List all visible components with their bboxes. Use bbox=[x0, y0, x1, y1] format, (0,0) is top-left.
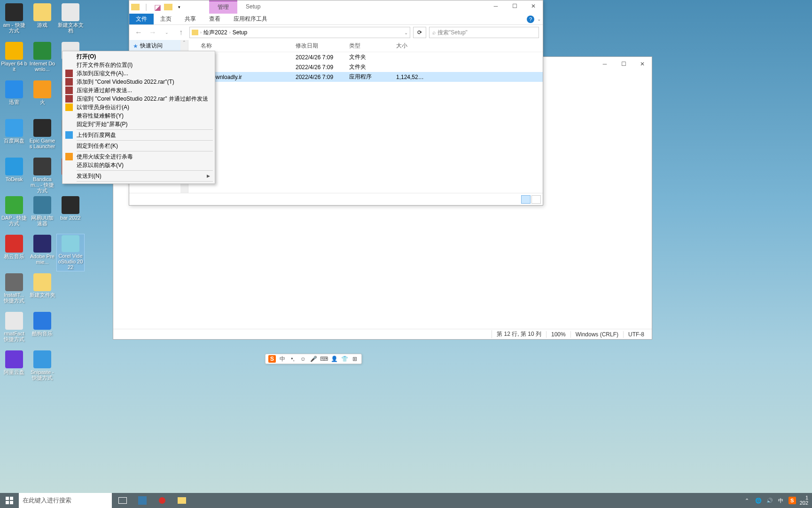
desktop-icon[interactable]: Bandicam... - 快捷方式 bbox=[28, 157, 56, 194]
context-menu-item[interactable]: 使用火绒安全进行杀毒 bbox=[63, 152, 214, 161]
dropdown-icon[interactable]: ▾ bbox=[174, 2, 184, 12]
large-icons-view-button[interactable] bbox=[531, 195, 541, 204]
quick-access-item[interactable]: ★ 快速访问 bbox=[129, 40, 188, 52]
desktop-icon[interactable]: Snipaste - 快捷方式 bbox=[28, 349, 56, 387]
recent-dropdown[interactable]: ⌄ bbox=[161, 27, 172, 38]
network-icon[interactable]: 🌐 bbox=[755, 497, 762, 504]
ime-button[interactable]: 👤 bbox=[330, 355, 338, 363]
context-menu-item[interactable]: 添加到 "Corel VideoStudio 2022.rar"(T) bbox=[63, 78, 214, 86]
desktop-icon[interactable]: DAP - 快捷方式 bbox=[0, 195, 28, 233]
back-button[interactable]: ← bbox=[133, 27, 144, 38]
desktop-icon[interactable]: 火 bbox=[28, 79, 56, 117]
column-headers[interactable]: 名称 修改日期 类型 大小 bbox=[188, 40, 543, 52]
start-button[interactable] bbox=[0, 493, 19, 508]
desktop-icon[interactable]: bar 2022 bbox=[56, 195, 85, 233]
desktop-icon[interactable]: Player 64 bit bbox=[0, 41, 28, 79]
desktop-icon[interactable]: ToDesk bbox=[0, 157, 28, 194]
desktop-icon[interactable] bbox=[56, 311, 85, 349]
desktop-icon[interactable]: 百度网盘 bbox=[0, 118, 28, 156]
taskbar-explorer[interactable] bbox=[173, 493, 191, 508]
taskbar-record-app[interactable] bbox=[153, 493, 171, 508]
context-menu-item[interactable]: 发送到(N)▶ bbox=[63, 172, 214, 180]
minimize-button[interactable]: ─ bbox=[486, 0, 505, 12]
context-menu-item[interactable]: 还原以前的版本(V) bbox=[63, 161, 214, 169]
ime-toolbar[interactable]: S中•,☺🎤⌨👤👕⊞ bbox=[265, 354, 362, 364]
desktop-icon[interactable] bbox=[56, 272, 85, 310]
context-menu-item[interactable]: 添加到压缩文件(A)... bbox=[63, 69, 214, 78]
column-date[interactable]: 修改日期 bbox=[296, 42, 349, 50]
context-menu-item[interactable]: 固定到任务栏(K) bbox=[63, 142, 214, 150]
ime-button[interactable]: ☺ bbox=[299, 355, 307, 363]
breadcrumb-segment[interactable]: Setup bbox=[231, 29, 249, 36]
ime-button[interactable]: ⌨ bbox=[320, 355, 328, 363]
ribbon-context-manage[interactable]: 管理 bbox=[209, 0, 237, 14]
desktop-icon[interactable]: Adobe Premie... bbox=[28, 234, 56, 271]
desktop-icon[interactable]: Internet Downlo... bbox=[28, 41, 56, 79]
desktop-icon[interactable]: InstallT... 快捷方式 bbox=[0, 272, 28, 310]
context-menu-item[interactable]: 打开文件所在的位置(I) bbox=[63, 61, 214, 69]
column-size[interactable]: 大小 bbox=[396, 42, 424, 50]
ribbon-collapse-icon[interactable]: ⌄ bbox=[537, 16, 541, 22]
taskbar-search[interactable]: 在此键入进行搜索 bbox=[19, 493, 112, 508]
details-view-button[interactable] bbox=[521, 195, 531, 204]
context-menu-item[interactable]: 上传到百度网盘 bbox=[63, 131, 214, 139]
desktop-icon[interactable]: 易云音乐 bbox=[0, 234, 28, 271]
ime-button[interactable]: 中 bbox=[279, 355, 286, 363]
column-type[interactable]: 类型 bbox=[349, 42, 396, 50]
search-box[interactable]: ⌕ 搜索"Setup" bbox=[429, 27, 539, 38]
desktop-icon[interactable]: Epic Games Launcher bbox=[28, 118, 56, 156]
desktop-icon[interactable]: 阿里云盘 bbox=[0, 349, 28, 387]
explorer-titlebar[interactable]: | ◪ ▾ 管理 Setup ─ ☐ ✕ bbox=[129, 0, 543, 14]
desktop-icon[interactable]: rmatFact 快捷方式 bbox=[0, 311, 28, 349]
context-menu-item[interactable]: 压缩并通过邮件发送... bbox=[63, 86, 214, 95]
maximize-button[interactable]: ☐ bbox=[614, 58, 633, 70]
ribbon-tab[interactable]: 应用程序工具 bbox=[227, 14, 274, 24]
breadcrumb-segment[interactable]: 绘声2022 bbox=[202, 29, 229, 37]
minimize-button[interactable]: ─ bbox=[595, 58, 614, 70]
clock[interactable]: 1 202 bbox=[800, 495, 808, 506]
ime-button[interactable]: 👕 bbox=[341, 355, 348, 363]
ribbon-tab[interactable]: 文件 bbox=[129, 14, 154, 24]
context-menu-item[interactable]: 打开(O) bbox=[63, 52, 214, 61]
up-button[interactable]: ↑ bbox=[175, 27, 187, 38]
ime-button[interactable]: •, bbox=[289, 355, 297, 363]
volume-icon[interactable]: 🔊 bbox=[766, 497, 773, 504]
desktop-icon[interactable]: 游戏 bbox=[28, 2, 56, 40]
ime-indicator[interactable]: 中 bbox=[777, 497, 785, 504]
ime-button[interactable]: 🎤 bbox=[310, 355, 317, 363]
context-menu-item[interactable]: 固定到"开始"屏幕(P) bbox=[63, 120, 214, 128]
close-button[interactable]: ✕ bbox=[524, 0, 543, 12]
desktop-icon[interactable]: 酷狗音乐 bbox=[28, 311, 56, 349]
context-menu-item[interactable]: 压缩到 "Corel VideoStudio 2022.rar" 并通过邮件发送 bbox=[63, 95, 214, 103]
desktop-icon[interactable]: am - 快捷方式 bbox=[0, 2, 28, 40]
desktop-icon[interactable]: 网易UU加速器 bbox=[28, 195, 56, 233]
sogou-icon[interactable]: S bbox=[789, 497, 796, 504]
ribbon-tab[interactable]: 主页 bbox=[154, 14, 178, 24]
forward-button[interactable]: → bbox=[147, 27, 158, 38]
context-menu-item[interactable]: 以管理员身份运行(A) bbox=[63, 103, 214, 111]
help-icon[interactable]: ? bbox=[527, 16, 534, 23]
context-menu-item[interactable]: 兼容性疑难解答(Y) bbox=[63, 111, 214, 120]
taskbar-app[interactable] bbox=[133, 493, 151, 508]
desktop-icon[interactable]: 新建文件夹 bbox=[28, 272, 56, 310]
ime-button[interactable]: ⊞ bbox=[351, 355, 359, 363]
maximize-button[interactable]: ☐ bbox=[505, 0, 524, 12]
address-bar[interactable]: › 绘声2022 › Setup ⌄ bbox=[189, 27, 410, 38]
properties-icon[interactable]: ◪ bbox=[153, 2, 162, 12]
desktop-icon[interactable]: 新建文本文档 bbox=[56, 2, 85, 40]
address-dropdown-icon[interactable]: ⌄ bbox=[404, 30, 408, 35]
refresh-button[interactable]: ⟳ bbox=[413, 27, 426, 38]
file-row[interactable]: te 2022/4/26 7:09 文件夹 bbox=[188, 62, 543, 72]
icon-label: rmatFact 快捷方式 bbox=[1, 331, 27, 342]
task-view-button[interactable] bbox=[114, 493, 132, 508]
ime-button[interactable]: S bbox=[268, 355, 276, 363]
file-row[interactable]: non 2022/4/26 7:09 文件夹 bbox=[188, 52, 543, 62]
tray-overflow-icon[interactable]: ⌃ bbox=[743, 497, 751, 504]
desktop-icon[interactable]: 迅雷 bbox=[0, 79, 28, 117]
desktop-icon[interactable]: Corel VideoStudio 2022 bbox=[56, 234, 85, 271]
ribbon-tab[interactable]: 共享 bbox=[178, 14, 203, 24]
close-button[interactable]: ✕ bbox=[633, 58, 652, 70]
column-name[interactable]: 名称 bbox=[192, 42, 296, 50]
file-row[interactable]: te_Downloadly.ir 2022/4/26 7:09 应用程序 1,1… bbox=[188, 72, 543, 82]
ribbon-tab[interactable]: 查看 bbox=[203, 14, 227, 24]
